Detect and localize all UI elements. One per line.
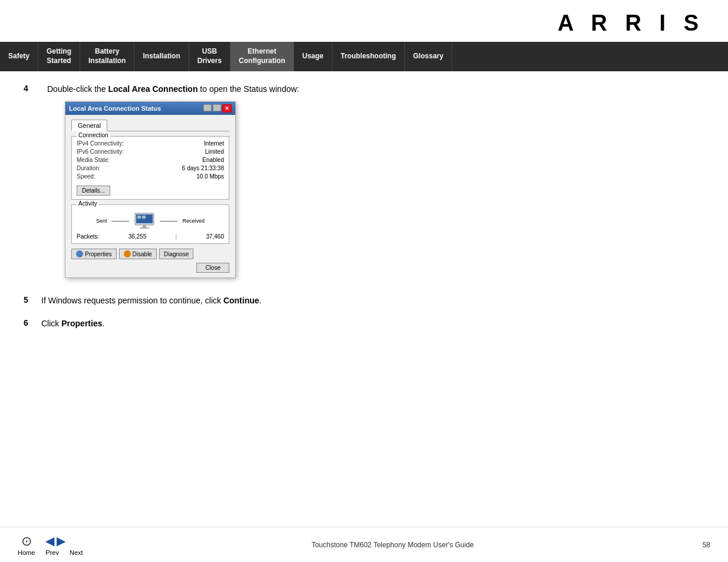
nav-usage[interactable]: Usage bbox=[294, 42, 332, 71]
prev-button[interactable]: ◀ bbox=[45, 534, 54, 548]
received-dash bbox=[160, 221, 177, 222]
packets-label: Packets: bbox=[77, 233, 99, 240]
network-icon bbox=[134, 212, 155, 230]
received-label: Received bbox=[182, 218, 205, 224]
svg-rect-3 bbox=[140, 227, 149, 229]
ipv4-row: IPv4 Connectivity: Internet bbox=[77, 140, 224, 147]
disable-icon bbox=[124, 250, 131, 257]
disable-button[interactable]: Disable bbox=[119, 249, 157, 259]
pipe-separator: | bbox=[176, 233, 177, 240]
minimize-button[interactable] bbox=[203, 104, 212, 111]
home-label: Home bbox=[18, 549, 35, 556]
step-4-block: 4 Double-click the Local Area Connection… bbox=[24, 83, 704, 289]
close-row: Close bbox=[71, 263, 229, 273]
activity-section: Activity Sent bbox=[71, 204, 229, 244]
step-4-number: 4 bbox=[24, 83, 41, 93]
close-win-button[interactable]: Close bbox=[196, 263, 229, 273]
diagnose-button[interactable]: Diagnose bbox=[159, 249, 193, 259]
nav-troubleshooting[interactable]: Troubleshooting bbox=[332, 42, 405, 71]
speed-row: Speed: 10.0 Mbps bbox=[77, 173, 224, 180]
footer-center-text: Touchstone TM602 Telephony Modem User's … bbox=[83, 541, 703, 549]
step-4-text: Double-click the Local Area Connection t… bbox=[47, 83, 704, 95]
maximize-button[interactable] bbox=[213, 104, 221, 111]
properties-icon bbox=[76, 250, 83, 257]
next-label: Next bbox=[70, 549, 83, 556]
duration-row: Duration: 6 days 21:33:38 bbox=[77, 165, 224, 171]
connection-section: Connection IPv4 Connectivity: Internet I… bbox=[71, 136, 229, 200]
nav-ethernet-configuration[interactable]: EthernetConfiguration bbox=[230, 42, 294, 71]
dialog-body: General Connection IPv4 Connectivity: In… bbox=[65, 115, 235, 277]
step-5-text: If Windows requests permission to contin… bbox=[41, 295, 261, 307]
dialog-title: Local Area Connection Status bbox=[69, 105, 161, 112]
dialog-screenshot: Local Area Connection Status ✕ General bbox=[65, 101, 704, 278]
prev-label: Prev bbox=[45, 549, 59, 556]
svg-rect-2 bbox=[143, 225, 146, 227]
ipv6-row: IPv6 Connectivity: Limited bbox=[77, 148, 224, 155]
activity-section-label: Activity bbox=[77, 200, 99, 207]
nav-installation[interactable]: Installation bbox=[134, 42, 189, 71]
dialog-title-bar: Local Area Connection Status ✕ bbox=[65, 102, 235, 115]
nav-getting-started[interactable]: GettingStarted bbox=[38, 42, 80, 71]
footer-page-number: 58 bbox=[703, 541, 710, 549]
logo-area: A R R I S bbox=[0, 0, 728, 42]
details-button[interactable]: Details... bbox=[77, 186, 110, 196]
home-icon: ⊙ bbox=[21, 534, 32, 549]
footer-nav: ⊙ Home ◀ ▶ Prev Next bbox=[18, 534, 83, 556]
svg-rect-5 bbox=[142, 216, 146, 219]
step-6-number: 6 bbox=[24, 318, 41, 328]
step-6-block: 6 Click Properties. bbox=[24, 318, 704, 330]
arrow-row: ◀ ▶ bbox=[45, 534, 83, 548]
sent-packets: 36,255 bbox=[129, 233, 147, 240]
tab-strip: General bbox=[71, 120, 229, 131]
prev-next-nav: ◀ ▶ Prev Next bbox=[45, 534, 83, 556]
received-packets: 37,460 bbox=[206, 233, 224, 240]
properties-button[interactable]: Properties bbox=[71, 249, 117, 259]
home-nav-button[interactable]: ⊙ Home bbox=[18, 534, 35, 556]
sent-dash bbox=[111, 221, 129, 222]
title-controls: ✕ bbox=[203, 104, 232, 113]
step-5-block: 5 If Windows requests permission to cont… bbox=[24, 295, 704, 307]
close-button[interactable]: ✕ bbox=[222, 104, 232, 113]
arrow-labels: Prev Next bbox=[45, 549, 83, 556]
nav-safety[interactable]: Safety bbox=[0, 42, 38, 71]
nav-battery-installation[interactable]: BatteryInstallation bbox=[80, 42, 134, 71]
arris-logo: A R R I S bbox=[558, 11, 704, 35]
bottom-button-row: Properties Disable Diagnose bbox=[71, 249, 229, 259]
nav-usb-drivers[interactable]: USBDrivers bbox=[189, 42, 230, 71]
connection-section-label: Connection bbox=[77, 132, 110, 138]
tab-general[interactable]: General bbox=[71, 120, 107, 131]
win-dialog: Local Area Connection Status ✕ General bbox=[65, 101, 236, 278]
packets-row: Packets: 36,255 | 37,460 bbox=[77, 233, 224, 240]
step-5-number: 5 bbox=[24, 295, 41, 305]
nav-glossary[interactable]: Glossary bbox=[405, 42, 452, 71]
step-4-content: Double-click the Local Area Connection t… bbox=[47, 83, 704, 289]
media-state-row: Media State: Enabled bbox=[77, 157, 224, 163]
svg-rect-4 bbox=[137, 216, 141, 219]
sent-label: Sent bbox=[96, 218, 107, 224]
main-content: 4 Double-click the Local Area Connection… bbox=[0, 71, 728, 352]
footer: ⊙ Home ◀ ▶ Prev Next Touchstone TM602 Te… bbox=[0, 527, 728, 562]
activity-icons-row: Sent bbox=[77, 212, 224, 230]
step-6-text: Click Properties. bbox=[41, 318, 104, 330]
next-button[interactable]: ▶ bbox=[57, 534, 65, 548]
navigation-bar: Safety GettingStarted BatteryInstallatio… bbox=[0, 42, 728, 71]
